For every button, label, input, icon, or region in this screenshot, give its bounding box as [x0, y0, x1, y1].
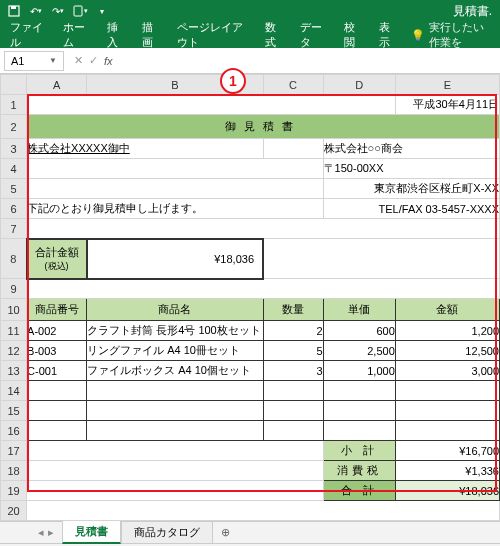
tab-page-layout[interactable]: ページレイアウト	[169, 16, 254, 54]
bulb-icon: 💡	[411, 29, 425, 42]
table-row[interactable]: 3	[263, 361, 323, 381]
table-row[interactable]: 12,500	[395, 341, 499, 361]
cell-hdr-name[interactable]: 商品名	[87, 299, 263, 321]
col-header-d[interactable]: D	[323, 75, 395, 95]
chevron-left-icon: ◂	[38, 526, 44, 539]
row-header[interactable]: 8	[1, 239, 27, 279]
row-header[interactable]: 12	[1, 341, 27, 361]
tab-draw[interactable]: 描画	[134, 16, 167, 54]
chevron-down-icon[interactable]: ▼	[49, 56, 57, 65]
table-row[interactable]: B-003	[27, 341, 87, 361]
svg-rect-2	[74, 6, 82, 16]
sheet-tab-active[interactable]: 見積書	[62, 521, 121, 544]
select-all-corner[interactable]	[1, 75, 27, 95]
row-header[interactable]: 4	[1, 159, 27, 179]
cell-tax-label[interactable]: 消費税	[323, 461, 395, 481]
enter-icon: ✓	[89, 54, 98, 67]
table-row[interactable]: ファイルボックス A4 10個セット	[87, 361, 263, 381]
cell-hdr-amt[interactable]: 金額	[395, 299, 499, 321]
worksheet-area: A B C D E 1平成30年4月11日 2御見積書 3株式会社XXXXX御中…	[0, 74, 500, 521]
cell-total-value[interactable]: ¥18,036	[87, 239, 263, 279]
cell-date[interactable]: 平成30年4月11日	[395, 95, 499, 115]
tab-data[interactable]: データ	[292, 16, 334, 54]
add-sheet-button[interactable]: ⊕	[213, 523, 238, 542]
col-header-a[interactable]: A	[27, 75, 87, 95]
table-row[interactable]: 600	[323, 321, 395, 341]
cell-title[interactable]: 御見積書	[27, 115, 500, 139]
tell-me-search[interactable]: 💡 実行したい作業を	[411, 20, 494, 50]
qat-customize-icon[interactable]: ▾	[92, 7, 112, 16]
document-title: 見積書.	[453, 3, 496, 20]
row-header[interactable]: 9	[1, 279, 27, 299]
cell-vendor-tel[interactable]: TEL/FAX 03-5457-XXXX	[323, 199, 499, 219]
chevron-right-icon: ▸	[48, 526, 54, 539]
cell-customer[interactable]: 株式会社XXXXX御中	[27, 139, 263, 159]
row-header[interactable]: 16	[1, 421, 27, 441]
cell-grand-label[interactable]: 合 計	[323, 481, 395, 501]
cancel-icon: ✕	[74, 54, 83, 67]
spreadsheet-grid[interactable]: A B C D E 1平成30年4月11日 2御見積書 3株式会社XXXXX御中…	[0, 74, 500, 521]
row-header[interactable]: 15	[1, 401, 27, 421]
row-header[interactable]: 20	[1, 501, 27, 521]
cell-subtotal-label[interactable]: 小 計	[323, 441, 395, 461]
row-header[interactable]: 14	[1, 381, 27, 401]
row-header[interactable]: 5	[1, 179, 27, 199]
row-header[interactable]: 11	[1, 321, 27, 341]
sheet-nav[interactable]: ◂▸	[30, 526, 62, 539]
table-row[interactable]: C-001	[27, 361, 87, 381]
tab-insert[interactable]: 挿入	[99, 16, 132, 54]
formula-bar[interactable]: ✕ ✓ fx	[68, 54, 113, 67]
row-header[interactable]: 13	[1, 361, 27, 381]
cell-hdr-no[interactable]: 商品番号	[27, 299, 87, 321]
cell-hdr-qty[interactable]: 数量	[263, 299, 323, 321]
table-row[interactable]: クラフト封筒 長形4号 100枚セット	[87, 321, 263, 341]
row-header[interactable]: 19	[1, 481, 27, 501]
table-row[interactable]: A-002	[27, 321, 87, 341]
name-box[interactable]: A1 ▼	[4, 51, 64, 71]
sheet-tab-other[interactable]: 商品カタログ	[121, 522, 213, 544]
sheet-tab-bar: ◂▸ 見積書 商品カタログ ⊕	[0, 521, 500, 543]
svg-rect-1	[11, 6, 16, 9]
undo-icon[interactable]: ↶▾	[26, 6, 46, 17]
table-row[interactable]: 1,200	[395, 321, 499, 341]
cell-vendor-name[interactable]: 株式会社○○商会	[323, 139, 499, 159]
tab-view[interactable]: 表示	[371, 16, 404, 54]
tab-home[interactable]: ホーム	[55, 16, 97, 54]
col-header-c[interactable]: C	[263, 75, 323, 95]
fx-icon[interactable]: fx	[104, 55, 113, 67]
cell-vendor-postal[interactable]: 〒150-00XX	[323, 159, 499, 179]
table-row[interactable]: 3,000	[395, 361, 499, 381]
row-header[interactable]: 2	[1, 115, 27, 139]
row-header[interactable]: 1	[1, 95, 27, 115]
ribbon-tabs: ファイル ホーム 挿入 描画 ページレイアウト 数式 データ 校閲 表示 💡 実…	[0, 22, 500, 48]
annotation-marker-1: 1	[220, 68, 246, 94]
redo-icon[interactable]: ↷▾	[48, 6, 68, 17]
tab-review[interactable]: 校閲	[336, 16, 369, 54]
table-row[interactable]: 1,000	[323, 361, 395, 381]
cell-total-label[interactable]: 合計金額(税込)	[27, 239, 87, 279]
table-row[interactable]: 5	[263, 341, 323, 361]
cell-hdr-price[interactable]: 単価	[323, 299, 395, 321]
table-row[interactable]: 2,500	[323, 341, 395, 361]
table-row[interactable]: 2	[263, 321, 323, 341]
cell-vendor-addr[interactable]: 東京都渋谷区桜丘町X-XX	[323, 179, 499, 199]
cell-grand[interactable]: ¥18,036	[395, 481, 499, 501]
row-header[interactable]: 3	[1, 139, 27, 159]
table-row[interactable]: リングファイル A4 10冊セット	[87, 341, 263, 361]
row-header[interactable]: 17	[1, 441, 27, 461]
tab-file[interactable]: ファイル	[6, 16, 53, 54]
row-header[interactable]: 10	[1, 299, 27, 321]
col-header-e[interactable]: E	[395, 75, 499, 95]
row-header[interactable]: 7	[1, 219, 27, 239]
row-header[interactable]: 18	[1, 461, 27, 481]
row-header[interactable]: 6	[1, 199, 27, 219]
cell-tax[interactable]: ¥1,336	[395, 461, 499, 481]
tab-formulas[interactable]: 数式	[257, 16, 290, 54]
cell-subtotal[interactable]: ¥16,700	[395, 441, 499, 461]
cell-note[interactable]: 下記のとおり御見積申し上げます。	[27, 199, 324, 219]
